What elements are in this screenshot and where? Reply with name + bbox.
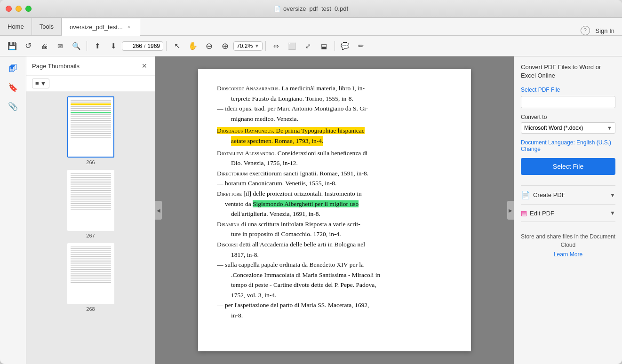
edit-pdf-chevron[interactable]: ▼ xyxy=(610,210,615,216)
menu-arrow: ▼ xyxy=(40,80,47,87)
doc-language-value: English (U.S.) xyxy=(576,139,611,146)
signin-button[interactable]: Sign In xyxy=(596,27,614,34)
right-panel: Convert PDF Files to Word or Excel Onlin… xyxy=(514,56,622,364)
panel-toolbar: ≡ ▼ xyxy=(26,76,155,92)
pdf-viewer[interactable]: ◀ Dioscoride Anazarbaeus. La medicinàl m… xyxy=(155,56,514,364)
tabbar: Home Tools oversize_pdf_test... × ? Sign… xyxy=(0,18,622,36)
thumbnails-list[interactable]: 266 xyxy=(26,92,155,364)
format-dropdown[interactable]: Microsoft Word (*.docx) ▼ xyxy=(521,122,615,134)
tabbar-right: ? Sign In xyxy=(581,26,622,35)
convert-title: Convert PDF Files to Word or Excel Onlin… xyxy=(521,63,615,80)
pdf-line-19: — per l'aspettazione del parto di Maria … xyxy=(217,300,452,310)
pdf-line-4: mignano medico. Venezia. xyxy=(231,114,452,124)
select-file-button[interactable]: Select File xyxy=(521,158,615,175)
panel-close-icon[interactable]: ✕ xyxy=(140,61,149,71)
pdf-file-icon: 📄 xyxy=(274,6,281,12)
page-total: 1969 xyxy=(147,43,160,49)
window-title: 📄 oversize_pdf_test_0.pdf xyxy=(274,5,348,12)
store-share-text: Store and share files in the Document Cl… xyxy=(521,232,615,249)
pdf-line-1: Dioscoride Anazarbaeus. La medicinàl mat… xyxy=(217,83,452,94)
dropdown-chevron-icon: ▼ xyxy=(607,125,612,131)
close-button[interactable] xyxy=(6,6,12,12)
tab-home[interactable]: Home xyxy=(0,17,32,35)
sidebar-bookmarks-icon[interactable]: 🔖 xyxy=(5,79,22,96)
page-number-input[interactable] xyxy=(125,43,142,49)
next-page-button[interactable]: ⬇ xyxy=(106,39,121,54)
sidebar-attachments-icon[interactable]: 📎 xyxy=(5,98,22,115)
traffic-lights xyxy=(6,6,32,12)
pdf-page: Dioscoride Anazarbaeus. La medicinàl mat… xyxy=(198,69,471,351)
pdf-line-11: Disamina di una scrittura intitolata Ris… xyxy=(217,219,452,229)
edit-pdf-row: ▤ Edit PDF ▼ xyxy=(521,207,615,219)
thumbnails-panel: Page Thumbnails ✕ ≡ ▼ xyxy=(26,56,155,364)
fit-page-button[interactable]: ⬜ xyxy=(285,39,300,54)
zoom-selector[interactable]: 70.2% ▼ xyxy=(233,41,263,51)
panel-header: Page Thumbnails ✕ xyxy=(26,56,155,76)
file-input-box[interactable] xyxy=(521,96,615,108)
search-button[interactable]: 🔍 xyxy=(69,39,84,54)
change-language-link[interactable]: Change xyxy=(521,146,541,152)
pdf-line-highlighted-yellow: Diosdadus Raymundus. De prima Typographi… xyxy=(217,126,452,136)
pdf-line-9: Direttore [il] delle proiezioni orizzont… xyxy=(217,189,452,199)
undo-button[interactable]: ↺ xyxy=(21,39,36,54)
thumbnail-item-267[interactable]: 267 xyxy=(67,170,114,238)
page-input-group: / 1969 xyxy=(122,41,163,51)
pdf-line-17: tempo di peste - Cartine divote dette de… xyxy=(231,280,452,290)
app-window: 📄 oversize_pdf_test_0.pdf Home Tools ove… xyxy=(0,0,622,364)
sidebar-thumbnails-icon[interactable]: 🗐 xyxy=(5,60,22,77)
comment-button[interactable]: 💬 xyxy=(338,39,353,54)
doc-language-label: Document Language: xyxy=(521,139,576,146)
maximize-button[interactable] xyxy=(25,6,32,12)
divider-3 xyxy=(521,222,615,222)
scroll-button[interactable]: ⬓ xyxy=(317,39,332,54)
panel-menu-button[interactable]: ≡ ▼ xyxy=(32,79,49,88)
hand-tool-button[interactable]: ✋ xyxy=(185,39,200,54)
pdf-line-20: in-8. xyxy=(231,310,452,321)
learn-more-link[interactable]: Learn More xyxy=(521,251,615,258)
annotate-button[interactable]: ✏ xyxy=(354,39,369,54)
thumbnail-page-num-267: 267 xyxy=(86,233,95,238)
menu-icon: ≡ xyxy=(35,80,39,87)
thumbnail-frame-268[interactable] xyxy=(67,243,114,304)
pdf-line-16: .Concezione Immacolata di Maria Santissi… xyxy=(231,270,452,280)
thumbnail-page-num-268: 268 xyxy=(86,306,95,312)
thumbnail-frame-267[interactable] xyxy=(67,170,114,231)
collapse-left-button[interactable]: ◀ xyxy=(155,201,162,220)
pdf-line-8: — horarum Canonicarum. Venetiis, 1555, i… xyxy=(217,178,452,189)
main-content: 🗐 🔖 📎 Page Thumbnails ✕ ≡ ▼ xyxy=(0,56,622,364)
print-button[interactable]: 🖨 xyxy=(37,39,52,54)
tab-tools[interactable]: Tools xyxy=(32,17,62,35)
pdf-line-14: 1817, in-8. xyxy=(231,250,452,260)
page-separator: / xyxy=(144,43,145,49)
thumbnail-item[interactable]: 266 xyxy=(67,96,114,165)
dropdown-value: Microsoft Word (*.docx) xyxy=(524,125,583,131)
collapse-right-button[interactable]: ▶ xyxy=(507,201,514,220)
minimize-button[interactable] xyxy=(16,6,22,12)
convert-to-label: Convert to xyxy=(521,114,615,120)
create-pdf-label: 📄 Create PDF xyxy=(521,190,566,199)
help-button[interactable]: ? xyxy=(581,26,590,35)
thumbnail-item-268[interactable]: 268 xyxy=(67,243,114,312)
tab-active-document[interactable]: oversize_pdf_test... × xyxy=(62,18,140,36)
create-pdf-chevron[interactable]: ▼ xyxy=(610,192,615,198)
prev-page-button[interactable]: ⬆ xyxy=(90,39,105,54)
pdf-line-6: Dio. Venezia, 1756, in-12. xyxy=(231,158,452,168)
fullscreen-button[interactable]: ⤢ xyxy=(301,39,316,54)
save-button[interactable]: 💾 xyxy=(5,39,20,54)
titlebar: 📄 oversize_pdf_test_0.pdf xyxy=(0,0,622,18)
zoom-in-button[interactable]: ⊕ xyxy=(217,39,232,54)
toolbar-separator-3 xyxy=(265,41,266,51)
select-pdf-link[interactable]: Select PDF File xyxy=(521,87,615,93)
pdf-line-10: dell'artiglieria. Venezia, 1691, in-8. xyxy=(231,209,452,219)
toolbar-separator-2 xyxy=(166,41,167,51)
select-tool-button[interactable]: ↖ xyxy=(169,39,184,54)
thumbnail-frame-266[interactable] xyxy=(67,96,114,158)
panel-title: Page Thumbnails xyxy=(32,63,80,70)
create-pdf-icon: 📄 xyxy=(521,190,530,199)
zoom-out-button[interactable]: ⊖ xyxy=(201,39,216,54)
divider-2 xyxy=(521,204,615,205)
tab-close-icon[interactable]: × xyxy=(126,24,132,30)
email-button[interactable]: ✉ xyxy=(53,39,68,54)
fit-width-button[interactable]: ⇔ xyxy=(269,39,284,54)
create-pdf-text: Create PDF xyxy=(533,191,566,198)
